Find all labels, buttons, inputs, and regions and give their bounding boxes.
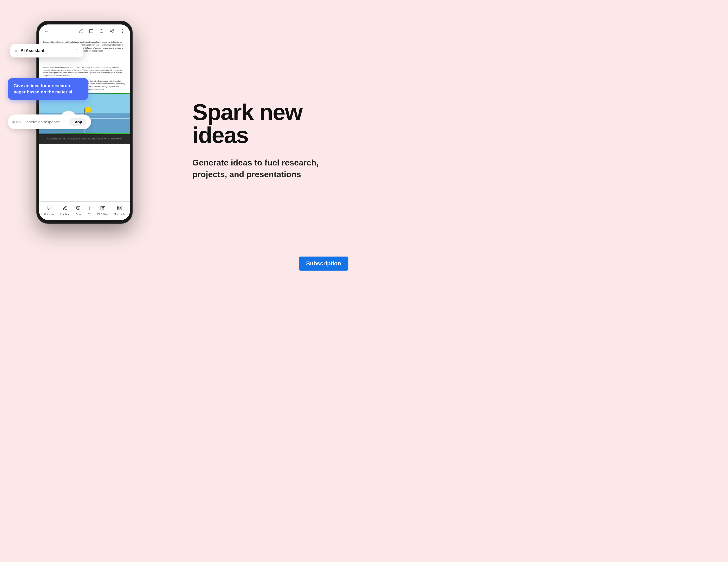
svg-point-1: [113, 29, 114, 30]
svg-rect-21: [118, 206, 119, 208]
generating-left: Generating response...: [12, 120, 63, 124]
toolbar-item-highlight[interactable]: Highlight: [60, 205, 69, 215]
toolbar-item-draw[interactable]: Draw: [75, 205, 81, 215]
more-options-icon[interactable]: ⋮: [73, 47, 80, 54]
svg-point-16: [89, 109, 90, 110]
svg-point-15: [87, 108, 88, 109]
loading-dots: [12, 121, 21, 123]
fill-sign-toolbar-label: Fill & Sign: [97, 213, 108, 215]
comment-toolbar-label: Comment: [44, 213, 54, 215]
headline-line2: ideas: [192, 122, 248, 148]
generating-bar: Generating response... Stop: [8, 114, 91, 129]
doc-text-2: doubles play fosters camaraderie and tea…: [43, 66, 126, 77]
prompt-text: Give an idea for a research paper based …: [14, 83, 72, 94]
topbar-icons: ⋮: [77, 28, 126, 35]
svg-rect-24: [120, 208, 121, 210]
subscription-badge[interactable]: Subscription: [299, 256, 348, 270]
ai-panel-header: ✕ AI Assistant ⋮: [10, 44, 83, 57]
headline: Spark new ideas: [192, 101, 348, 146]
svg-point-14: [85, 107, 91, 113]
headline-line1: Spark new: [192, 99, 302, 125]
svg-point-2: [110, 30, 112, 32]
phone-topbar: ←: [39, 24, 130, 38]
generating-text: Generating response...: [23, 120, 63, 124]
fill-sign-toolbar-icon: [100, 205, 105, 212]
doc-footer-text: PICKLEBALL UNVEILED: PICKLEBALL'S EVOLUT…: [47, 138, 122, 140]
svg-rect-23: [118, 208, 119, 210]
phone-wrapper: ✕ AI Assistant ⋮ Give an idea for a rese…: [16, 10, 146, 265]
more-icon[interactable]: ⋮: [119, 28, 126, 35]
annotation-icon[interactable]: [77, 28, 84, 35]
dot-1: [12, 121, 15, 123]
svg-point-0: [100, 29, 103, 33]
svg-point-17: [87, 110, 88, 111]
more-tools-toolbar-icon: [117, 205, 122, 212]
doc-footer-bar: PICKLEBALL UNVEILED: PICKLEBALL'S EVOLUT…: [39, 134, 130, 144]
ai-panel-title: AI Assistant: [21, 48, 44, 53]
text-toolbar-label: Text: [87, 212, 92, 215]
text-toolbar-icon: T: [88, 206, 90, 211]
comment-toolbar-icon: [47, 205, 52, 212]
right-panel: Spark new ideas Generate ideas to fuel r…: [192, 101, 348, 180]
share-icon[interactable]: [109, 28, 115, 35]
ai-assistant-panel[interactable]: ✕ AI Assistant ⋮: [10, 44, 83, 57]
svg-rect-19: [47, 206, 51, 209]
svg-point-3: [113, 32, 114, 33]
draw-toolbar-label: Draw: [75, 213, 81, 215]
toolbar-item-fill-sign[interactable]: Fill & Sign: [97, 205, 108, 215]
toolbar-item-more-tools[interactable]: More tools: [114, 205, 125, 215]
highlight-toolbar-label: Highlight: [60, 213, 69, 215]
draw-toolbar-icon: [76, 205, 81, 212]
prompt-bubble: Give an idea for a research paper based …: [8, 78, 88, 100]
stop-button[interactable]: Stop: [69, 118, 86, 126]
subheadline: Generate ideas to fuel research, project…: [192, 157, 348, 180]
svg-rect-22: [120, 206, 121, 208]
bottom-toolbar: Comment Highlight: [39, 201, 130, 220]
ai-header-left: ✕ AI Assistant: [14, 48, 44, 54]
back-icon[interactable]: ←: [43, 28, 50, 35]
toolbar-item-text[interactable]: T Text: [87, 206, 92, 215]
dot-3: [19, 121, 21, 123]
toolbar-item-comment[interactable]: Comment: [44, 205, 54, 215]
comment-icon[interactable]: [88, 28, 95, 35]
dot-2: [16, 121, 18, 123]
more-tools-toolbar-label: More tools: [114, 213, 125, 215]
search-icon[interactable]: [98, 28, 105, 35]
highlight-toolbar-icon: [62, 205, 68, 212]
close-icon[interactable]: ✕: [14, 48, 18, 54]
